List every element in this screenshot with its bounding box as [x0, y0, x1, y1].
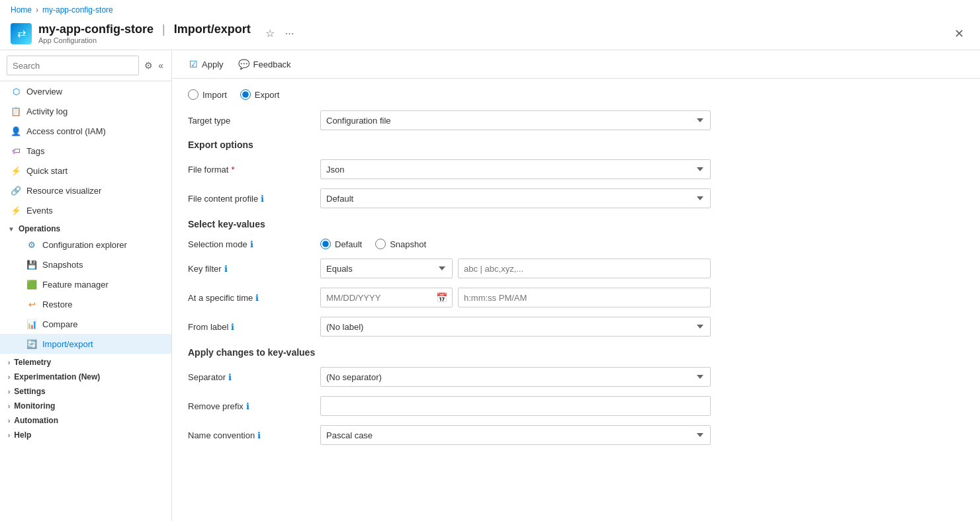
apply-icon: ☑ [189, 59, 198, 69]
remove-prefix-input[interactable] [320, 396, 711, 416]
apply-button[interactable]: ☑ Apply [183, 56, 230, 73]
close-button[interactable]: ✕ [949, 24, 969, 44]
sidebar-section-operations[interactable]: ▼ Operations [0, 220, 171, 235]
sidebar-item-iam[interactable]: 👤 Access control (IAM) [0, 121, 171, 141]
sidebar-item-tags[interactable]: 🏷 Tags [0, 141, 171, 161]
sidebar-item-label: Access control (IAM) [26, 126, 106, 136]
help-chevron: › [8, 432, 10, 439]
tags-icon: 🏷 [11, 145, 21, 156]
sidebar-item-label: Tags [26, 146, 44, 156]
target-type-row: Target type Configuration file [188, 110, 964, 130]
import-radio-option[interactable]: Import [188, 89, 227, 100]
import-radio[interactable] [188, 89, 199, 100]
import-export-icon: 🔄 [26, 339, 37, 349]
snapshot-mode-radio[interactable] [375, 239, 386, 249]
default-mode-label: Default [335, 239, 362, 249]
name-convention-control: Pascal case [320, 425, 711, 445]
experimentation-label: Experimentation (New) [14, 372, 100, 381]
from-label-control: (No label) [320, 317, 711, 337]
sidebar-item-feature-manager[interactable]: 🟩 Feature manager [0, 274, 171, 294]
from-label-select[interactable]: (No label) [320, 317, 711, 337]
main-layout: ⚙ « ⬡ Overview 📋 Activity log 👤 Access c… [0, 50, 980, 521]
selection-mode-info-icon: ℹ [250, 239, 253, 249]
more-options-button[interactable]: ··· [283, 25, 296, 42]
separator-row: Separator ℹ (No separator) [188, 367, 964, 387]
sidebar-item-resource-visualizer[interactable]: 🔗 Resource visualizer [0, 180, 171, 200]
specific-time-label: At a specific time ℹ [188, 293, 320, 303]
sidebar-section-help[interactable]: › Help [0, 426, 171, 441]
sidebar-item-activity-log[interactable]: 📋 Activity log [0, 101, 171, 121]
sidebar-item-label: Import/export [42, 339, 93, 349]
name-convention-row: Name convention ℹ Pascal case [188, 425, 964, 445]
target-type-control: Configuration file [320, 110, 711, 130]
selection-mode-row: Selection mode ℹ Default Snapshot [188, 239, 964, 249]
sidebar-item-import-export[interactable]: 🔄 Import/export [0, 334, 171, 354]
restore-icon: ↩ [26, 299, 37, 309]
feedback-button[interactable]: 💬 Feedback [232, 56, 298, 73]
sidebar-item-compare[interactable]: 📊 Compare [0, 314, 171, 334]
sidebar-section-telemetry[interactable]: › Telemetry [0, 354, 171, 368]
select-key-values-title: Select key-values [188, 219, 964, 229]
sidebar-section-automation[interactable]: › Automation [0, 412, 171, 426]
sidebar-item-label: Feature manager [42, 280, 109, 290]
collapse-icon[interactable]: « [157, 59, 165, 72]
calendar-icon[interactable]: 📅 [436, 292, 447, 303]
breadcrumb-resource[interactable]: my-app-config-store [42, 5, 113, 15]
monitoring-label: Monitoring [14, 401, 55, 411]
app-icon: ⇄ [11, 23, 32, 44]
default-mode-radio[interactable] [320, 239, 331, 249]
sidebar-item-config-explorer[interactable]: ⚙ Configuration explorer [0, 235, 171, 255]
export-radio-option[interactable]: Export [240, 89, 280, 100]
page-title: my-app-config-store | Import/export [38, 22, 251, 36]
snapshot-mode-label: Snapshot [390, 239, 426, 249]
search-input[interactable] [7, 56, 139, 75]
automation-label: Automation [14, 416, 58, 425]
activity-log-icon: 📋 [11, 106, 21, 116]
file-content-profile-select[interactable]: Default [320, 188, 711, 208]
specific-time-info-icon: ℹ [255, 293, 259, 303]
sidebar-item-restore[interactable]: ↩ Restore [0, 294, 171, 314]
separator-control: (No separator) [320, 367, 711, 387]
remove-prefix-label: Remove prefix ℹ [188, 401, 320, 411]
sidebar-item-events[interactable]: ⚡ Events [0, 200, 171, 220]
file-format-row: File format * Json [188, 159, 964, 179]
favorite-button[interactable]: ☆ [263, 24, 277, 42]
sidebar-item-quickstart[interactable]: ⚡ Quick start [0, 161, 171, 180]
time-input[interactable] [458, 288, 711, 307]
default-mode-option[interactable]: Default [320, 239, 362, 249]
automation-chevron: › [8, 417, 10, 424]
sidebar-item-overview[interactable]: ⬡ Overview [0, 81, 171, 101]
sidebar-section-experimentation[interactable]: › Experimentation (New) [0, 368, 171, 383]
date-input[interactable] [320, 288, 453, 307]
settings-chevron: › [8, 388, 10, 395]
breadcrumb-home[interactable]: Home [11, 5, 32, 15]
sidebar-item-snapshots[interactable]: 💾 Snapshots [0, 255, 171, 274]
import-export-radio-group: Import Export [188, 89, 964, 100]
key-filter-label: Key filter ℹ [188, 264, 320, 274]
events-icon: ⚡ [11, 205, 21, 216]
content-area: ☑ Apply 💬 Feedback Import Export [172, 50, 980, 521]
operations-label: Operations [19, 224, 60, 233]
snapshot-mode-option[interactable]: Snapshot [375, 239, 426, 249]
import-label: Import [202, 90, 227, 100]
name-convention-info-icon: ℹ [257, 430, 261, 440]
key-filter-info-icon: ℹ [224, 264, 228, 274]
toolbar: ☑ Apply 💬 Feedback [172, 50, 980, 79]
export-radio[interactable] [240, 89, 251, 100]
overview-icon: ⬡ [11, 86, 21, 97]
file-content-profile-row: File content profile ℹ Default [188, 188, 964, 208]
sidebar-section-settings[interactable]: › Settings [0, 383, 171, 397]
name-convention-select[interactable]: Pascal case [320, 425, 711, 445]
target-type-select[interactable]: Configuration file [320, 110, 711, 130]
apply-changes-title: Apply changes to key-values [188, 347, 964, 358]
separator-select[interactable]: (No separator) [320, 367, 711, 387]
sidebar-section-monitoring[interactable]: › Monitoring [0, 397, 171, 412]
name-convention-label: Name convention ℹ [188, 430, 320, 440]
sidebar-item-label: Configuration explorer [42, 240, 127, 250]
filter-icon[interactable]: ⚙ [143, 59, 154, 72]
file-format-select[interactable]: Json [320, 159, 711, 179]
key-filter-select[interactable]: Equals [320, 259, 453, 278]
from-label-row: From label ℹ (No label) [188, 317, 964, 337]
feature-manager-icon: 🟩 [26, 279, 37, 290]
key-filter-input[interactable] [458, 259, 711, 278]
